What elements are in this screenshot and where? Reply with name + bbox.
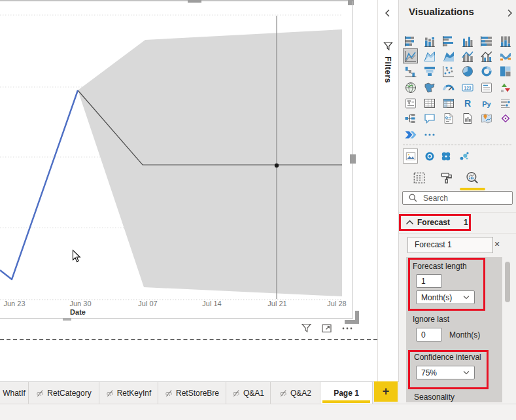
page-tab-label: RetKeyInf (117, 389, 152, 398)
more-options-icon[interactable] (341, 323, 353, 334)
expand-filters-chevron-left-icon[interactable] (384, 9, 392, 18)
page-tab-label: Q&A2 (290, 389, 311, 398)
page-tab-label: RetCategory (47, 389, 91, 398)
remove-forecast-close-icon[interactable]: × (494, 239, 500, 249)
visualizations-pane: Visualizations 123RPy Forecast 1 Forecas… (398, 0, 516, 404)
visual-type-clustered-column-chart-icon[interactable] (460, 34, 474, 48)
visual-type-map-icon[interactable] (404, 80, 417, 94)
visual-type-metrics-icon[interactable] (460, 111, 474, 125)
page-boundary-dotted-line (0, 339, 377, 340)
visual-type-kpi-icon[interactable] (498, 80, 512, 94)
ignore-last-input[interactable]: 0 (416, 328, 442, 341)
visual-type-pct-stacked-column-chart-icon[interactable] (498, 34, 512, 48)
page-tab-label: Q&A1 (243, 389, 264, 398)
page-tab-retkeyinf[interactable]: RetKeyInf (99, 382, 158, 404)
collapse-visualizations-chevron-right-icon[interactable] (506, 9, 514, 18)
filter-icon[interactable] (301, 323, 313, 334)
visual-type-key-influencers-icon[interactable] (498, 96, 512, 110)
x-axis-tick-label: Jul 28 (327, 300, 346, 307)
visual-type-gauge-icon[interactable] (441, 80, 455, 94)
page-tab-q-a1[interactable]: Q&A1 (226, 382, 271, 404)
collapse-forecast-section-chevron-up-icon[interactable] (405, 219, 414, 226)
visual-type-treemap-icon[interactable] (498, 64, 512, 78)
x-axis-tick-label: Jul 21 (267, 300, 286, 307)
visual-type-ribbon-chart-icon[interactable] (498, 49, 512, 63)
visual-type-table-icon[interactable] (422, 96, 436, 110)
page-tab-q-a2[interactable]: Q&A2 (271, 382, 320, 404)
visual-selection-top-handle[interactable] (188, 0, 201, 3)
visual-type-r-script-icon[interactable]: R (460, 96, 474, 110)
pane-tab-fields[interactable] (411, 169, 428, 186)
page-tab-bar: WhatIfRetCategoryRetKeyInfRetStoreBreQ&A… (0, 381, 399, 404)
forecast-1-chip[interactable]: Forecast 1 (407, 237, 493, 253)
forecast-length-label: Forecast length (413, 262, 467, 271)
visual-type-stacked-bar-chart-icon[interactable] (404, 34, 417, 48)
visual-hscrollbar-thumb[interactable] (63, 318, 71, 321)
x-axis-tick-label: Jul 07 (138, 300, 157, 307)
visual-type-line-chart-icon[interactable] (404, 49, 417, 63)
new-page-button[interactable]: + (374, 381, 398, 402)
visual-type-funnel-chart-icon[interactable] (422, 64, 436, 78)
visual-type-line-stacked-column-chart-icon[interactable] (460, 49, 474, 63)
visual-type-python-visual-icon[interactable]: Py (479, 96, 493, 110)
visual-type-pie-chart-icon[interactable] (460, 64, 474, 78)
hidden-page-icon (106, 389, 114, 397)
hidden-page-icon (165, 389, 173, 397)
visual-type-stacked-column-chart-icon[interactable] (422, 34, 436, 48)
visual-type-card-icon[interactable]: 123 (460, 80, 474, 94)
visual-type-pct-stacked-bar-chart-icon[interactable] (479, 34, 493, 48)
visual-type-decomposition-tree-icon[interactable] (404, 111, 417, 125)
custom-visual-ai-visual-3-icon[interactable] (457, 149, 471, 163)
visual-type-matrix-icon[interactable] (441, 96, 455, 110)
page-tab-page-1[interactable]: Page 1 (320, 382, 373, 404)
hidden-page-icon (232, 389, 240, 397)
visual-type-power-apps-icon[interactable] (498, 111, 512, 125)
filters-pane-title[interactable]: Filters (383, 56, 393, 83)
ignore-last-unit-label: Month(s) (449, 330, 480, 340)
visual-type-clustered-bar-chart-icon[interactable] (441, 34, 455, 48)
visual-type-area-chart-icon[interactable] (422, 49, 436, 63)
visual-type-waterfall-chart-icon[interactable] (404, 64, 417, 78)
search-box[interactable] (402, 191, 513, 205)
divider (399, 212, 516, 213)
divider (399, 233, 516, 234)
visual-type-slicer-icon[interactable] (404, 96, 417, 110)
visual-type-smart-narrative-icon[interactable] (422, 111, 436, 125)
filter-funnel-icon[interactable] (383, 41, 393, 51)
visual-type-multi-row-card-icon[interactable] (479, 80, 493, 94)
svg-text:R: R (464, 98, 470, 109)
custom-visual-ai-visual-2-icon[interactable] (439, 149, 453, 163)
visual-type-more-visuals-icon[interactable] (422, 128, 436, 141)
confidence-interval-dropdown[interactable]: 75% (416, 366, 475, 379)
visual-type-donut-chart-icon[interactable] (479, 64, 493, 78)
page-tab-whatif[interactable]: WhatIf (0, 382, 29, 404)
forecast-section-label[interactable]: Forecast (417, 218, 450, 227)
visual-selection-right-handle[interactable] (350, 154, 356, 164)
forecast-length-input[interactable]: 1 (416, 274, 442, 288)
custom-visual-ai-visual-1-icon[interactable] (422, 149, 436, 163)
mouse-cursor (72, 249, 82, 263)
line-chart-visual[interactable]: Jun 23Jun 30Jul 07Jul 14Jul 21Jul 28Date (0, 0, 377, 340)
visual-type-stacked-area-chart-icon[interactable] (441, 49, 455, 63)
visual-type-paginated-report-icon[interactable] (441, 111, 455, 125)
visual-type-line-clustered-column-chart-icon[interactable] (479, 49, 493, 63)
forecast-length-unit-dropdown[interactable]: Month(s) (416, 290, 475, 304)
page-tab-retcategory[interactable]: RetCategory (29, 382, 99, 404)
confidence-interval-value: 75% (421, 368, 437, 377)
visual-type-filled-map-icon[interactable] (422, 80, 436, 94)
visualizations-title: Visualizations (409, 6, 474, 17)
pane-scrollbar-thumb[interactable] (505, 262, 510, 302)
filters-pane: Filters (377, 0, 398, 381)
visual-type-scatter-chart-icon[interactable] (441, 64, 455, 78)
svg-text:123: 123 (464, 85, 471, 90)
search-input[interactable] (422, 193, 503, 203)
pane-tab-format[interactable] (438, 169, 455, 186)
focus-mode-icon[interactable] (321, 323, 333, 334)
svg-text:Py: Py (482, 99, 491, 107)
visual-type-power-automate-icon[interactable] (404, 128, 417, 141)
custom-visual-image-visual-icon[interactable] (404, 149, 417, 163)
pane-tab-analytics[interactable] (464, 169, 481, 186)
page-tab-retstorebre[interactable]: RetStoreBre (158, 382, 226, 404)
visual-type-arcgis-map-icon[interactable] (479, 111, 493, 125)
report-canvas: Jun 23Jun 30Jul 07Jul 14Jul 21Jul 28Date (0, 0, 377, 381)
